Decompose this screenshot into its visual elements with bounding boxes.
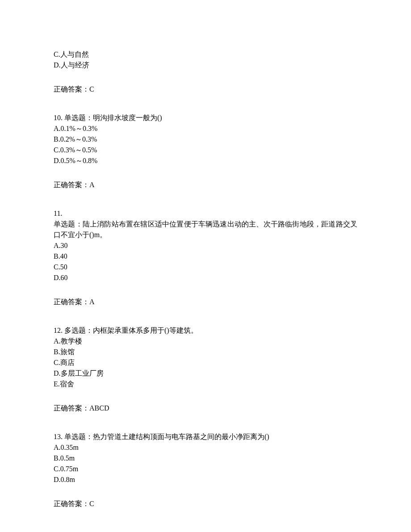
q11-option-d: D.60	[54, 272, 357, 283]
q9-answer-text: 正确答案：C	[54, 84, 357, 95]
q11-answer-spacer	[54, 286, 357, 297]
q11-option-c: C.50	[54, 262, 357, 272]
q11-option-b: B.40	[54, 251, 357, 262]
q13-stem: 13. 单选题：热力管道土建结构顶面与电车路基之间的最小净距离为()	[54, 431, 357, 442]
q9-option-d: D.人与经济	[54, 60, 357, 71]
q10-option-a: A.0.1%～0.3%	[54, 123, 357, 134]
question-12: 12. 多选题：内框架承重体系多用于()等建筑。 A.教学楼 B.旅馆 C.商店…	[54, 325, 357, 414]
q13-answer-text: 正确答案：C	[54, 498, 357, 509]
q11-number: 11.	[54, 208, 357, 219]
q10-answer-text: 正确答案：A	[54, 180, 357, 190]
q10-stem: 10. 单选题：明沟排水坡度一般为()	[54, 113, 357, 123]
q12-option-d: D.多层工业厂房	[54, 368, 357, 379]
q13-answer-spacer	[54, 488, 357, 498]
q12-answer-text: 正确答案：ABCD	[54, 403, 357, 414]
q12-option-c: C.商店	[54, 357, 357, 368]
q9-answer	[54, 73, 357, 84]
q11-option-a: A.30	[54, 240, 357, 251]
q13-option-a: A.0.35m	[54, 442, 357, 453]
q12-option-a: A.教学楼	[54, 336, 357, 347]
q12-stem: 12. 多选题：内框架承重体系多用于()等建筑。	[54, 325, 357, 336]
q12-option-e: E.宿舍	[54, 379, 357, 390]
q13-option-b: B.0.5m	[54, 453, 357, 464]
q11-answer-text: 正确答案：A	[54, 297, 357, 307]
q13-option-c: C.0.75m	[54, 464, 357, 474]
q10-option-c: C.0.3%～0.5%	[54, 145, 357, 155]
question-11: 11. 单选题：陆上消防站布置在辖区适中位置便于车辆迅速出动的主、次干路临街地段…	[54, 208, 357, 307]
q12-option-b: B.旅馆	[54, 347, 357, 357]
question-9-partial: C.人与自然 D.人与经济 正确答案：C	[54, 49, 357, 95]
question-13: 13. 单选题：热力管道土建结构顶面与电车路基之间的最小净距离为() A.0.3…	[54, 431, 357, 509]
q10-answer-spacer	[54, 169, 357, 180]
q12-answer-spacer	[54, 392, 357, 403]
q10-option-b: B.0.2%～0.3%	[54, 134, 357, 145]
q10-option-d: D.0.5%～0.8%	[54, 155, 357, 166]
q9-option-c: C.人与自然	[54, 49, 357, 60]
question-10: 10. 单选题：明沟排水坡度一般为() A.0.1%～0.3% B.0.2%～0…	[54, 113, 357, 190]
q11-stem: 单选题：陆上消防站布置在辖区适中位置便于车辆迅速出动的主、次干路临街地段，距道路…	[54, 219, 357, 240]
q13-option-d: D.0.8m	[54, 474, 357, 485]
